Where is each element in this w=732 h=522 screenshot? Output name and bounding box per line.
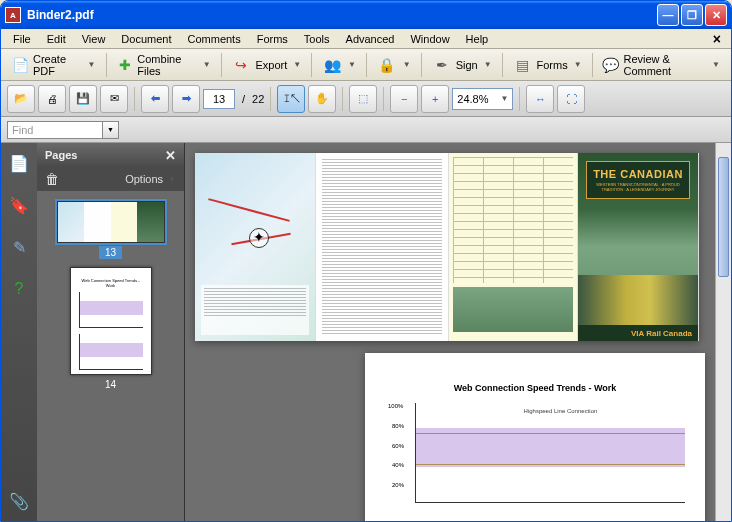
fit-page-icon: ⛶	[566, 93, 577, 105]
lock-icon: 🔒	[377, 55, 397, 75]
close-panel-button[interactable]: ✕	[165, 148, 176, 163]
combine-label: Combine Files	[137, 53, 196, 77]
chevron-down-icon: ▼	[712, 60, 720, 69]
meeting-icon: 👥	[322, 55, 342, 75]
chart-area: Highspeed Line Connection 100% 80% 60% 4…	[415, 403, 685, 503]
select-tool-button[interactable]: 𝙸↖	[277, 85, 305, 113]
pages-panel-header: Pages ✕	[37, 143, 184, 167]
window-title: Binder2.pdf	[27, 8, 657, 22]
secure-button[interactable]: 🔒 ▼	[370, 51, 418, 79]
chevron-down-icon: ▼	[203, 60, 211, 69]
find-bar: Find ▼	[1, 117, 731, 143]
find-placeholder: Find	[12, 124, 33, 136]
bookmarks-panel-icon[interactable]: 🔖	[7, 193, 31, 217]
menu-help[interactable]: Help	[458, 31, 497, 47]
thumbnails-list[interactable]: 13 Web Connection Speed Trends - Work	[37, 191, 184, 521]
vertical-scrollbar[interactable]	[715, 143, 731, 521]
thumbnail-label: 13	[99, 246, 122, 259]
chevron-down-icon: ▼	[168, 175, 176, 184]
pen-icon: ✒	[432, 55, 452, 75]
zoom-in-button[interactable]: +	[421, 85, 449, 113]
menu-file[interactable]: File	[5, 31, 39, 47]
brochure-subtitle: WESTERN TRANSCONTINENTAL · A PROUD TRADI…	[593, 182, 683, 192]
close-button[interactable]: ✕	[705, 4, 727, 26]
thumbnail-item[interactable]: Web Connection Speed Trends - Work 14	[70, 267, 152, 391]
maximize-button[interactable]: ❐	[681, 4, 703, 26]
menu-window[interactable]: Window	[402, 31, 457, 47]
export-icon: ↪	[231, 55, 251, 75]
thumbnail-item[interactable]: 13	[57, 201, 165, 259]
sign-button[interactable]: ✒ Sign ▼	[425, 51, 499, 79]
trash-icon[interactable]: 🗑	[45, 171, 59, 187]
page-separator: /	[238, 93, 249, 105]
zoom-value: 24.8%	[457, 93, 488, 105]
minimize-button[interactable]: —	[657, 4, 679, 26]
chevron-down-icon: ▼	[348, 60, 356, 69]
arrow-left-icon: ⬅	[151, 92, 160, 105]
comment-icon: 💬	[602, 55, 619, 75]
hand-tool-button[interactable]: ✋	[308, 85, 336, 113]
menu-forms[interactable]: Forms	[249, 31, 296, 47]
document-area[interactable]: ✦ THE CANADIAN WESTERN TRANSCONTINENTAL …	[185, 143, 731, 521]
chart-series-label: Highspeed Line Connection	[524, 408, 598, 414]
next-page-button[interactable]: ➡	[172, 85, 200, 113]
minus-icon: −	[401, 93, 407, 105]
help-panel-icon[interactable]: ?	[7, 277, 31, 301]
create-pdf-label: Create PDF	[33, 53, 82, 77]
chevron-down-icon: ▼	[501, 94, 509, 103]
fit-width-button[interactable]: ↔	[526, 85, 554, 113]
sidebar: 📄 🔖 ✎ ? 📎 Pages ✕ 🗑 Options ▼	[1, 143, 185, 521]
save-button[interactable]: 💾	[69, 85, 97, 113]
text-cursor-icon: 𝙸↖	[283, 92, 300, 105]
menu-tools[interactable]: Tools	[296, 31, 338, 47]
open-button[interactable]: 📂	[7, 85, 35, 113]
via-logo: VIA Rail Canada	[631, 329, 692, 338]
email-button[interactable]: ✉	[100, 85, 128, 113]
print-button[interactable]: 🖨	[38, 85, 66, 113]
create-pdf-button[interactable]: 📄 Create PDF ▼	[5, 49, 103, 81]
combine-files-button[interactable]: ✚ Combine Files ▼	[109, 49, 217, 81]
signatures-panel-icon[interactable]: ✎	[7, 235, 31, 259]
brochure-contents-panel	[449, 153, 578, 341]
chevron-down-icon: ▼	[484, 60, 492, 69]
marquee-zoom-button[interactable]: ⬚	[349, 85, 377, 113]
sign-label: Sign	[456, 59, 478, 71]
menu-edit[interactable]: Edit	[39, 31, 74, 47]
pages-options-button[interactable]: Options ▼	[125, 173, 176, 185]
menu-advanced[interactable]: Advanced	[338, 31, 403, 47]
chart-title: Web Connection Speed Trends - Work	[385, 383, 685, 393]
review-button[interactable]: 💬 Review & Comment ▼	[595, 49, 727, 81]
zoom-out-button[interactable]: −	[390, 85, 418, 113]
find-input[interactable]: Find	[7, 121, 103, 139]
fit-width-icon: ↔	[535, 93, 546, 105]
export-label: Export	[255, 59, 287, 71]
pages-panel-icon[interactable]: 📄	[7, 151, 31, 175]
chevron-down-icon: ▼	[403, 60, 411, 69]
page-number-input[interactable]	[203, 89, 235, 109]
pdf-page-14: Web Connection Speed Trends - Work Highs…	[365, 353, 705, 521]
scroll-thumb[interactable]	[718, 157, 729, 277]
meeting-button[interactable]: 👥 ▼	[315, 51, 363, 79]
review-label: Review & Comment	[623, 53, 706, 77]
main-toolbar: 📄 Create PDF ▼ ✚ Combine Files ▼ ↪ Expor…	[1, 49, 731, 81]
fit-page-button[interactable]: ⛶	[557, 85, 585, 113]
doc-close-button[interactable]: ×	[707, 31, 727, 47]
pdf-page-13: ✦ THE CANADIAN WESTERN TRANSCONTINENTAL …	[195, 153, 699, 341]
attachments-panel-icon[interactable]: 📎	[7, 489, 31, 513]
find-dropdown[interactable]: ▼	[103, 121, 119, 139]
forms-label: Forms	[536, 59, 567, 71]
chevron-down-icon: ▼	[574, 60, 582, 69]
zoom-select[interactable]: 24.8% ▼	[452, 88, 513, 110]
arrow-right-icon: ➡	[182, 92, 191, 105]
chevron-down-icon: ▼	[293, 60, 301, 69]
create-pdf-icon: 📄	[12, 55, 29, 75]
prev-page-button[interactable]: ⬅	[141, 85, 169, 113]
menu-document[interactable]: Document	[113, 31, 179, 47]
menu-view[interactable]: View	[74, 31, 114, 47]
export-button[interactable]: ↪ Export ▼	[224, 51, 308, 79]
brochure-map-panel: ✦	[195, 153, 316, 341]
chevron-down-icon: ▼	[88, 60, 96, 69]
menu-comments[interactable]: Comments	[180, 31, 249, 47]
save-icon: 💾	[76, 92, 90, 105]
forms-button[interactable]: ▤ Forms ▼	[505, 51, 588, 79]
